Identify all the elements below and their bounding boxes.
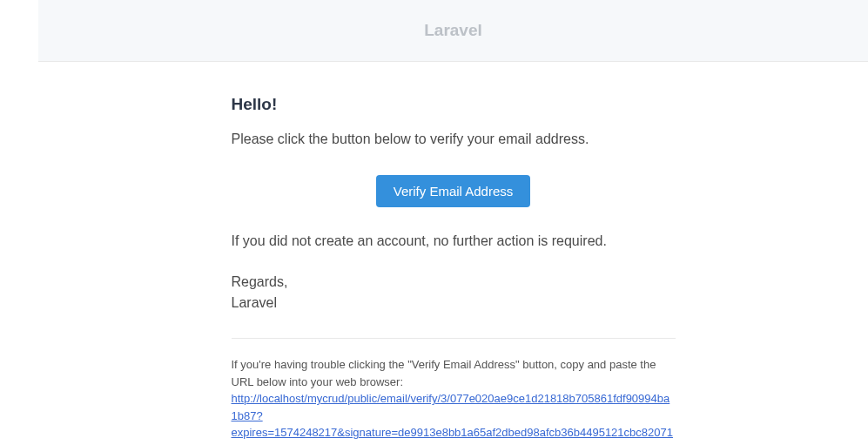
trouble-prefix: If you're having trouble clicking the "V… xyxy=(232,358,656,388)
divider xyxy=(232,338,676,339)
instruction-text: Please click the button below to verify … xyxy=(232,130,676,149)
greeting: Hello! xyxy=(232,95,676,114)
email-body: Hello! Please click the button below to … xyxy=(232,62,676,445)
regards-block: Regards, Laravel xyxy=(232,272,676,314)
verify-email-button[interactable]: Verify Email Address xyxy=(376,175,531,207)
regards-label: Regards, xyxy=(232,274,288,289)
verify-url-link[interactable]: http://localhost/mycrud/public/email/ver… xyxy=(232,392,673,445)
signature: Laravel xyxy=(232,295,277,310)
trouble-text: If you're having trouble clicking the "V… xyxy=(232,356,676,445)
no-action-text: If you did not create an account, no fur… xyxy=(232,233,676,249)
email-header: Laravel xyxy=(38,0,868,62)
app-title: Laravel xyxy=(424,21,482,39)
